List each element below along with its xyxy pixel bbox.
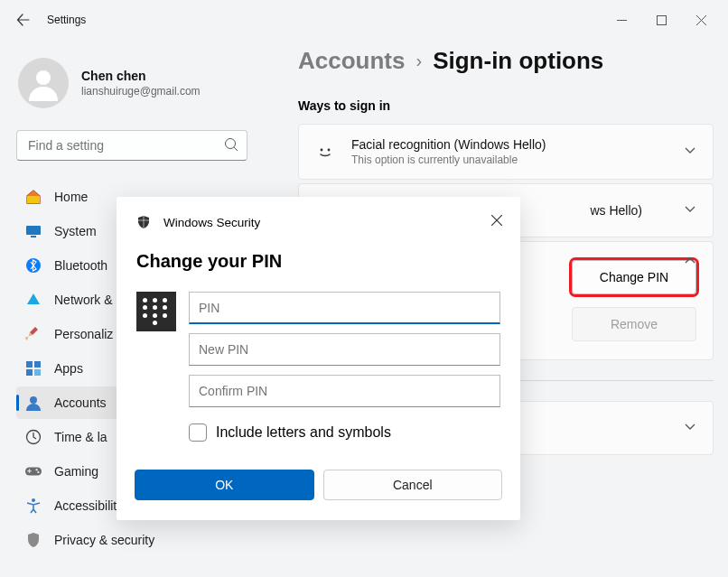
sidebar-item-label: Accessibility [54, 498, 123, 513]
dialog-title: Change your PIN [136, 251, 500, 272]
facial-recognition-card[interactable]: Facial recognition (Windows Hello) This … [298, 124, 714, 180]
include-letters-checkbox-row[interactable]: Include letters and symbols [189, 423, 500, 442]
sidebar-item-label: Privacy & security [54, 533, 154, 547]
change-pin-dialog: Windows Security Change your PIN Include… [117, 197, 520, 520]
checkbox-label: Include letters and symbols [216, 424, 391, 441]
sidebar-item-label: Time & la [54, 430, 107, 444]
svg-rect-8 [34, 361, 41, 368]
svg-point-1 [36, 70, 51, 85]
keypad-icon [136, 292, 176, 331]
ok-button[interactable]: OK [135, 470, 314, 500]
svg-rect-3 [27, 196, 40, 203]
svg-rect-7 [26, 361, 33, 368]
profile-name: Chen chen [81, 69, 201, 83]
svg-point-15 [37, 471, 39, 473]
profile-block[interactable]: Chen chen lianshuiruge@gmail.com [18, 58, 249, 108]
accessibility-icon [25, 498, 42, 514]
close-icon [491, 215, 502, 226]
svg-point-14 [35, 469, 37, 470]
chevron-right-icon: › [415, 51, 422, 71]
svg-point-11 [30, 396, 37, 404]
search-input[interactable] [16, 130, 247, 161]
sidebar-item-label: Home [54, 190, 88, 204]
maximize-icon [657, 15, 667, 25]
minimize-icon [617, 15, 627, 25]
shield-icon [136, 215, 151, 229]
profile-email: lianshuiruge@gmail.com [81, 85, 201, 98]
time-icon [25, 429, 42, 445]
close-icon [696, 15, 706, 25]
sidebar-item-label: Accounts [54, 396, 107, 410]
arrow-left-icon [16, 13, 31, 27]
sidebar-item-label: Apps [54, 361, 83, 376]
sidebar-item-label: Personaliz [54, 327, 113, 341]
breadcrumb: Accounts › Sign-in options [298, 47, 714, 75]
avatar [18, 58, 69, 108]
svg-rect-9 [26, 369, 33, 376]
svg-point-18 [328, 149, 331, 152]
chevron-down-icon [684, 202, 696, 219]
checkbox[interactable] [189, 423, 207, 442]
confirm-pin-input[interactable] [189, 375, 500, 407]
bluetooth-icon [25, 257, 42, 274]
sidebar-item-privacy[interactable]: Privacy & security [16, 524, 251, 556]
fingerprint-title-fragment: ws Hello) [590, 203, 642, 218]
accounts-icon [25, 395, 42, 411]
chevron-down-icon [684, 144, 696, 160]
sidebar-item-label: Network & [54, 293, 113, 307]
facial-sub: This option is currently unavailable [351, 154, 546, 166]
minimize-button[interactable] [602, 5, 641, 34]
window-title: Settings [47, 14, 86, 26]
breadcrumb-root[interactable]: Accounts [298, 47, 405, 75]
svg-point-17 [321, 149, 323, 152]
svg-point-2 [226, 139, 236, 149]
search-icon [224, 137, 238, 155]
svg-rect-10 [34, 369, 41, 376]
maximize-button[interactable] [641, 5, 681, 34]
sidebar-item-label: Bluetooth [54, 258, 107, 273]
chevron-down-icon [684, 420, 696, 436]
svg-point-16 [32, 498, 35, 502]
system-icon [25, 223, 42, 239]
home-icon [25, 189, 42, 205]
face-icon [315, 143, 335, 161]
apps-icon [25, 360, 42, 377]
change-pin-button[interactable]: Change PIN [572, 260, 696, 294]
search-wrap [16, 130, 249, 161]
chevron-up-icon[interactable] [684, 255, 696, 271]
back-button[interactable] [7, 4, 40, 36]
dialog-header: Windows Security [163, 216, 260, 229]
privacy-icon [25, 532, 42, 548]
breadcrumb-leaf: Sign-in options [433, 47, 603, 75]
network-icon [25, 292, 42, 308]
gaming-icon [25, 463, 42, 479]
svg-rect-5 [31, 236, 36, 237]
close-button[interactable] [681, 5, 721, 34]
facial-title: Facial recognition (Windows Hello) [351, 137, 546, 152]
cancel-button[interactable]: Cancel [323, 470, 503, 500]
section-ways-heading: Ways to sign in [298, 98, 714, 113]
new-pin-input[interactable] [189, 333, 500, 366]
svg-rect-4 [26, 226, 41, 235]
svg-rect-0 [657, 15, 666, 24]
remove-pin-button: Remove [572, 307, 696, 341]
dialog-close-button[interactable] [486, 209, 508, 231]
personalize-icon [25, 326, 42, 342]
current-pin-input[interactable] [189, 292, 500, 324]
sidebar-item-label: System [54, 224, 97, 238]
sidebar-item-label: Gaming [54, 464, 98, 479]
